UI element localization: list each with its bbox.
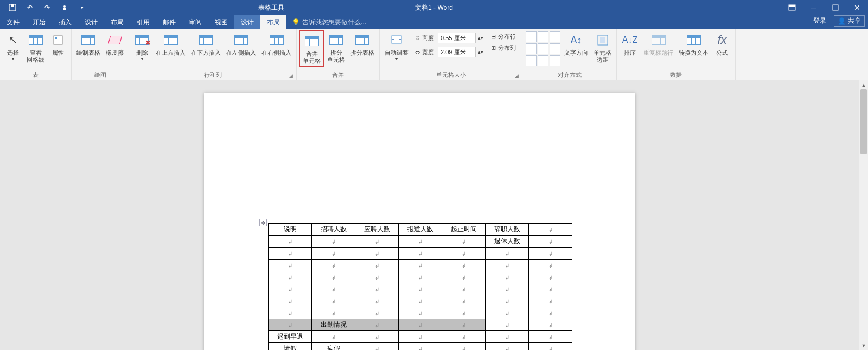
height-field[interactable]: ⇕高度:▴▾	[413, 31, 486, 44]
tab-references[interactable]: 引用	[130, 15, 156, 29]
table-row: 说明 招聘人数 应聘人数 报道人数 起止时间 辞职人数 ↲	[269, 224, 572, 236]
align-top-left[interactable]	[526, 31, 537, 42]
align-bot-center[interactable]	[538, 55, 548, 66]
cell-header-6[interactable]: ↲	[529, 224, 572, 236]
alignment-grid	[525, 30, 561, 67]
login-link[interactable]: 登录	[809, 15, 831, 27]
table-row: ↲↲↲↲↲↲↲	[269, 271, 572, 283]
align-bot-left[interactable]	[526, 55, 537, 66]
cell-attend[interactable]: 出勤情况	[312, 319, 355, 331]
height-input[interactable]	[438, 33, 476, 43]
insert-above-button[interactable]: 在上方插入	[153, 30, 188, 57]
tab-table-layout[interactable]: 布局	[260, 15, 286, 29]
cell-header-5[interactable]: 辞职人数	[486, 224, 529, 236]
contextual-tab-title: 表格工具	[239, 1, 304, 15]
save-button[interactable]	[4, 1, 21, 14]
text-direction-button[interactable]: A↕文字方向	[561, 30, 591, 57]
split-cells-button[interactable]: 拆分 单元格	[324, 30, 348, 64]
height-label: 高度:	[422, 34, 436, 42]
tab-mailings[interactable]: 邮件	[156, 15, 182, 29]
cell-late[interactable]: 迟到早退	[269, 331, 312, 343]
tab-review[interactable]: 审阅	[182, 15, 208, 29]
distribute-rows-button[interactable]: ⊟分布行	[489, 31, 518, 42]
close-button[interactable]: ✕	[846, 0, 868, 15]
tab-view[interactable]: 视图	[208, 15, 234, 29]
sort-icon: A↓Z	[622, 32, 638, 48]
redo-button[interactable]: ↷	[39, 1, 55, 14]
table-row: ↲↲↲↲↲↲↲	[269, 307, 572, 319]
insert-below-button[interactable]: 在下方插入	[188, 30, 224, 57]
window-controls: ─ ✕	[781, 0, 868, 15]
table-row: ↲↲↲↲↲↲↲	[269, 283, 572, 295]
delete-button[interactable]: ✖删除▾	[131, 30, 153, 62]
qat-customize-button[interactable]: ▾	[74, 1, 90, 14]
undo-button[interactable]: ↶	[22, 1, 38, 14]
cursor-icon: ⤡	[5, 32, 21, 48]
insert-right-icon	[269, 32, 285, 48]
table-row-selected: ↲ 出勤情况 ↲ ↲ ↲ ↲ ↲	[269, 319, 572, 331]
formula-button[interactable]: fx公式	[711, 30, 733, 57]
cell-margins-button[interactable]: 单元格 边距	[591, 30, 614, 64]
select-button[interactable]: ⤡选择▾	[2, 30, 24, 62]
view-gridlines-button[interactable]: 查看 网格线	[24, 30, 47, 64]
document-area[interactable]: ✥ 说明 招聘人数 应聘人数 报道人数 起止时间 辞职人数 ↲ ↲↲↲↲↲ 退休…	[0, 80, 868, 350]
eraser-button[interactable]: 橡皮擦	[103, 30, 126, 57]
width-input[interactable]	[438, 47, 476, 57]
insert-left-button[interactable]: 在左侧插入	[224, 30, 259, 57]
maximize-button[interactable]	[825, 0, 846, 15]
group-align: A↕文字方向 单元格 边距 对齐方式	[522, 29, 617, 80]
lightbulb-icon: 💡	[292, 18, 300, 26]
align-top-right[interactable]	[550, 31, 560, 42]
share-label: 共享	[848, 16, 861, 25]
tab-layout[interactable]: 布局	[104, 15, 130, 29]
table-row: ↲↲↲↲↲↲↲	[269, 248, 572, 260]
rowscols-launcher[interactable]: ◢	[289, 73, 293, 79]
repeat-header-button[interactable]: 重复标题行	[641, 30, 676, 57]
text-direction-icon: A↕	[568, 32, 584, 48]
cell-leave[interactable]: 请假	[269, 343, 312, 351]
cell-retire[interactable]: 退休人数	[486, 236, 529, 248]
width-field[interactable]: ⇔宽度:▴▾	[413, 46, 486, 59]
merge-cells-button[interactable]: 合并 单元格	[299, 30, 324, 67]
document-table[interactable]: 说明 招聘人数 应聘人数 报道人数 起止时间 辞职人数 ↲ ↲↲↲↲↲ 退休人数…	[268, 223, 572, 350]
ribbon-display-button[interactable]	[781, 0, 803, 15]
distribute-cols-button[interactable]: ⊞分布列	[489, 43, 518, 53]
cellsize-launcher[interactable]: ◢	[515, 73, 519, 79]
cell-header-2[interactable]: 应聘人数	[355, 224, 399, 236]
table-move-handle[interactable]: ✥	[259, 219, 267, 226]
align-top-center[interactable]	[538, 31, 548, 42]
align-mid-left[interactable]	[526, 43, 537, 54]
gridlines-icon	[28, 32, 44, 48]
properties-button[interactable]: 属性	[47, 30, 69, 57]
scroll-up-button[interactable]: ▲	[859, 80, 868, 89]
scroll-thumb[interactable]	[860, 89, 867, 154]
cell-header-0[interactable]: 说明	[269, 224, 312, 236]
touch-mode-button[interactable]	[56, 1, 73, 14]
align-mid-right[interactable]	[550, 43, 560, 54]
tab-file[interactable]: 文件	[0, 15, 26, 29]
vertical-scrollbar[interactable]: ▲ ▼	[859, 80, 868, 350]
autofit-button[interactable]: 自动调整▾	[382, 30, 411, 62]
tell-me-search[interactable]: 💡 告诉我您想要做什么...	[286, 15, 372, 29]
tab-design[interactable]: 设计	[78, 15, 104, 29]
cell-header-4[interactable]: 起止时间	[442, 224, 486, 236]
cell-sick[interactable]: 病假	[312, 343, 355, 351]
tab-home[interactable]: 开始	[26, 15, 52, 29]
cell-header-1[interactable]: 招聘人数	[312, 224, 355, 236]
align-bot-right[interactable]	[550, 55, 560, 66]
group-label-merge: 合并	[299, 70, 377, 80]
align-mid-center[interactable]	[538, 43, 548, 54]
sort-button[interactable]: A↓Z排序	[619, 30, 641, 57]
minimize-button[interactable]: ─	[803, 0, 825, 15]
tab-insert[interactable]: 插入	[52, 15, 78, 29]
ribbon: ⤡选择▾ 查看 网格线 属性 表 绘制表格 橡皮擦 绘图 ✖删除▾ 在上方插入 …	[0, 29, 868, 80]
repeat-header-icon	[650, 32, 667, 48]
tab-table-design[interactable]: 设计	[234, 15, 260, 29]
split-table-button[interactable]: 拆分表格	[348, 30, 377, 57]
draw-table-button[interactable]: 绘制表格	[74, 30, 103, 57]
scroll-down-button[interactable]: ▼	[859, 341, 868, 350]
share-button[interactable]: 👤 共享	[834, 15, 865, 27]
cell-header-3[interactable]: 报道人数	[399, 224, 442, 236]
insert-right-button[interactable]: 在右侧插入	[259, 30, 294, 57]
convert-text-button[interactable]: 转换为文本	[676, 30, 711, 57]
